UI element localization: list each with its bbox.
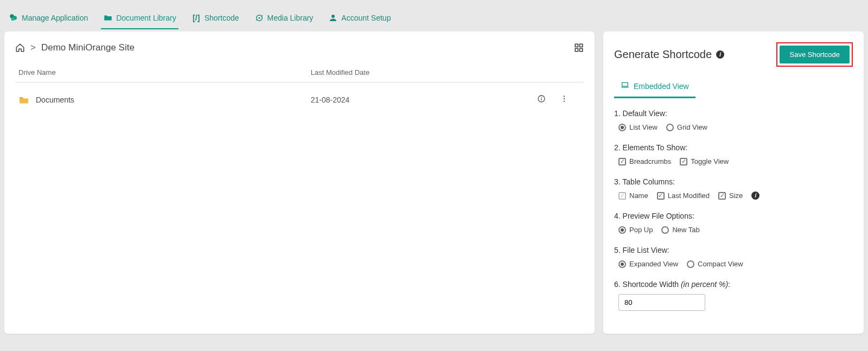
section-elements-label: 2. Elements To Show: (614, 143, 853, 152)
radio-grid-view[interactable]: Grid View (666, 123, 707, 131)
check-breadcrumbs[interactable]: Breadcrumbs (618, 157, 671, 165)
media-icon (254, 13, 264, 23)
radio-popup[interactable]: Pop Up (618, 226, 653, 234)
svg-rect-9 (580, 49, 583, 52)
checkbox-icon (718, 192, 726, 200)
radio-list-view[interactable]: List View (618, 123, 658, 131)
home-icon[interactable] (15, 43, 25, 53)
tab-label: Document Library (116, 14, 176, 22)
tab-embedded-view[interactable]: Embedded View (614, 75, 695, 98)
table-header: Drive Name Last Modified Date (15, 63, 584, 82)
section-columns-label: 3. Table Columns: (614, 177, 853, 186)
sharepoint-icon (9, 13, 18, 23)
folder-icon (18, 95, 29, 104)
check-size[interactable]: Size (718, 192, 743, 200)
svg-point-2 (11, 17, 15, 21)
svg-point-13 (564, 95, 565, 97)
tab-manage-application[interactable]: Manage Application (7, 9, 90, 29)
svg-rect-16 (622, 82, 628, 86)
tab-shortcode[interactable]: [/] Shortcode (189, 9, 241, 29)
svg-rect-6 (575, 44, 578, 47)
radio-expanded-view[interactable]: Expanded View (618, 260, 678, 268)
generate-shortcode-panel: Generate Shortcode i Save Shortcode Embe… (603, 31, 864, 334)
generate-shortcode-title: Generate Shortcode i (614, 48, 724, 61)
radio-new-tab[interactable]: New Tab (661, 226, 699, 234)
checkbox-icon (618, 158, 626, 165)
info-icon[interactable]: i (716, 50, 724, 59)
top-tabs: Manage Application Document Library [/] … (4, 0, 864, 29)
breadcrumb: > Demo MiniOrange Site (15, 42, 135, 53)
radio-icon (618, 124, 626, 131)
breadcrumb-separator: > (30, 42, 36, 53)
tab-label: Media Library (267, 14, 314, 22)
info-icon[interactable]: i (751, 192, 760, 200)
svg-rect-12 (541, 98, 541, 100)
checkbox-icon (680, 158, 687, 165)
section-width-label: 6. Shortcode Width (in percent %): (614, 280, 853, 289)
svg-point-5 (331, 15, 335, 18)
checkbox-icon (618, 192, 626, 200)
section-filelist-label: 5. File List View: (614, 246, 853, 254)
svg-point-15 (564, 100, 565, 101)
svg-point-4 (258, 17, 260, 19)
section-default-view-label: 1. Default View: (614, 109, 853, 118)
save-shortcode-button[interactable]: Save Shortcode (780, 46, 850, 63)
folder-icon (103, 13, 113, 23)
tab-media-library[interactable]: Media Library (252, 9, 316, 29)
column-header-name: Drive Name (18, 68, 311, 76)
user-icon (328, 13, 338, 23)
check-last-modified[interactable]: Last Modified (657, 192, 710, 200)
check-toggle-view[interactable]: Toggle View (680, 157, 729, 165)
checkbox-icon (657, 192, 665, 200)
breadcrumb-site[interactable]: Demo MiniOrange Site (41, 42, 135, 53)
svg-point-14 (564, 98, 565, 99)
grid-view-toggle-icon[interactable] (574, 43, 584, 53)
svg-rect-7 (580, 44, 583, 47)
radio-icon (687, 260, 694, 268)
check-name[interactable]: Name (618, 192, 648, 200)
tab-label: Shortcode (205, 14, 239, 22)
laptop-icon (621, 81, 629, 91)
row-date: 21-08-2024 (311, 95, 513, 104)
document-library-panel: > Demo MiniOrange Site Drive Name Last M… (4, 31, 595, 334)
radio-icon (661, 226, 669, 234)
tab-account-setup[interactable]: Account Setup (326, 9, 393, 29)
shortcode-icon: [/] (192, 13, 201, 23)
view-tab-label: Embedded View (634, 82, 689, 91)
tab-label: Manage Application (22, 14, 88, 22)
save-highlight: Save Shortcode (776, 42, 853, 67)
column-header-date: Last Modified Date (311, 68, 513, 76)
row-name: Documents (36, 95, 74, 104)
radio-compact-view[interactable]: Compact View (687, 260, 743, 268)
radio-icon (618, 260, 626, 268)
shortcode-width-input[interactable] (618, 294, 705, 311)
more-options-icon[interactable] (560, 94, 569, 105)
radio-icon (666, 124, 674, 131)
section-preview-label: 4. Preview File Options: (614, 212, 853, 220)
svg-rect-8 (575, 49, 578, 52)
svg-point-11 (541, 97, 542, 98)
tab-document-library[interactable]: Document Library (101, 9, 178, 29)
tab-label: Account Setup (341, 14, 391, 22)
radio-icon (618, 226, 626, 234)
info-icon[interactable] (537, 94, 546, 105)
table-row[interactable]: Documents 21-08-2024 (15, 82, 584, 117)
